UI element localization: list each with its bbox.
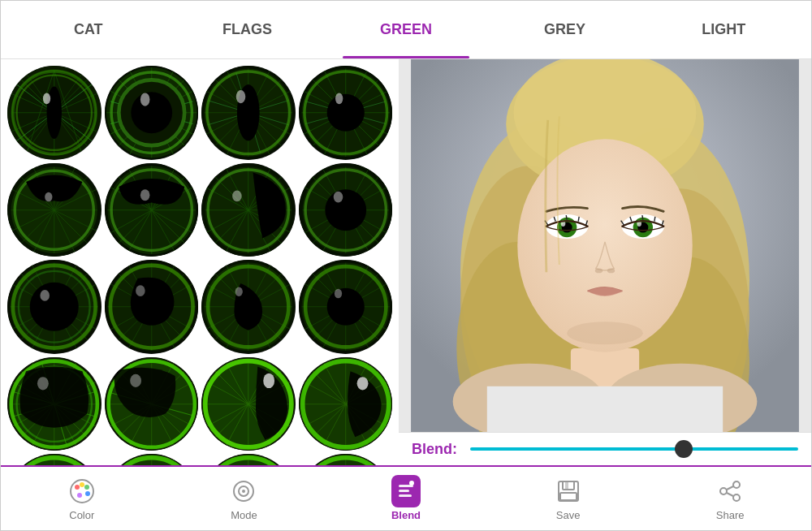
svg-point-64 [326,94,364,132]
blend-slider-container [470,439,798,459]
eye-option-11[interactable] [201,260,296,354]
main-content: Blend: [1,59,811,465]
eye-option-5[interactable] [7,163,102,257]
svg-line-331 [727,493,733,496]
photo-area [399,59,811,432]
eye-option-18[interactable] [105,454,199,465]
svg-rect-284 [487,386,723,432]
eye-option-17[interactable] [7,454,102,465]
eye-option-8[interactable] [299,163,393,257]
eye-option-4[interactable] [299,66,393,160]
svg-point-194 [130,373,141,386]
mode-label: Mode [231,509,257,521]
svg-rect-319 [399,494,412,497]
svg-point-152 [235,287,243,296]
tab-cat[interactable]: CAT [9,1,168,58]
svg-line-330 [727,486,733,490]
svg-point-164 [326,288,364,326]
svg-point-218 [356,377,368,390]
svg-point-128 [40,290,50,301]
share-icon [715,477,745,506]
tab-green[interactable]: GREEN [326,1,486,58]
eye-option-3[interactable] [201,66,296,160]
svg-point-101 [232,190,242,201]
color-label: Color [69,509,94,521]
svg-point-327 [733,481,740,488]
right-panel: Blend: [399,59,811,465]
eye-grid [7,66,392,465]
svg-line-302 [654,217,655,222]
svg-line-292 [566,215,567,220]
eye-option-10[interactable] [105,260,199,354]
svg-point-329 [733,494,740,501]
blend-icon [391,477,421,506]
eye-option-6[interactable] [105,163,199,257]
eye-option-16[interactable] [299,357,393,451]
blend-thumb[interactable] [675,440,693,458]
svg-point-65 [335,93,343,104]
blend-toolbar-label: Blend [391,509,421,521]
eye-option-1[interactable] [7,66,102,160]
svg-point-304 [595,269,603,274]
eye-grid-panel [1,59,399,465]
svg-point-113 [325,189,366,231]
tab-light[interactable]: LIGHT [644,1,803,58]
toolbar-mode[interactable]: Mode [163,467,326,530]
mode-icon [229,477,258,506]
eye-option-20[interactable] [299,454,393,465]
svg-point-114 [333,191,343,202]
eye-option-13[interactable] [7,357,102,451]
svg-point-34 [140,93,149,106]
svg-point-311 [85,491,90,496]
save-icon [554,477,583,506]
eye-option-7[interactable] [201,163,296,257]
svg-point-310 [84,485,89,490]
svg-point-32 [131,92,172,133]
blend-track [470,447,798,451]
svg-point-285 [517,139,692,352]
svg-point-17 [43,93,50,104]
toolbar-save[interactable]: Save [487,467,650,530]
toolbar-color[interactable]: Color [1,467,163,530]
palette-icon [67,477,97,506]
toolbar-blend[interactable]: Blend [325,467,487,530]
bottom-toolbar: Color Mode [1,465,811,530]
blend-area: Blend: [399,432,811,465]
svg-point-206 [263,373,274,387]
svg-point-328 [720,488,727,494]
svg-line-301 [642,215,643,220]
eye-option-9[interactable] [7,260,102,354]
svg-point-127 [30,283,79,331]
svg-point-89 [140,189,149,201]
svg-point-312 [77,493,82,498]
svg-rect-318 [399,490,409,492]
svg-point-140 [136,285,145,296]
blend-label: Blend: [412,441,460,458]
save-label: Save [556,509,581,521]
eye-option-15[interactable] [201,357,296,451]
svg-rect-326 [560,493,577,500]
svg-point-308 [75,485,80,490]
svg-point-165 [334,289,341,299]
toolbar-share[interactable]: Share [649,467,811,530]
svg-point-181 [37,377,49,390]
svg-rect-325 [565,482,568,489]
svg-point-315 [242,490,245,493]
eye-option-12[interactable] [299,260,393,354]
category-tabs: CAT FLAGS GREEN GREY LIGHT [1,1,811,59]
eye-option-14[interactable] [105,357,199,451]
svg-line-293 [578,217,579,222]
svg-point-50 [236,90,246,103]
tab-grey[interactable]: GREY [486,1,645,58]
svg-point-77 [45,192,52,201]
svg-point-309 [80,482,84,487]
eye-option-2[interactable] [105,66,199,160]
svg-point-306 [567,322,643,344]
share-label: Share [716,509,745,521]
tab-flags[interactable]: FLAGS [168,1,327,58]
svg-point-305 [607,269,615,274]
eye-option-19[interactable] [201,454,296,465]
